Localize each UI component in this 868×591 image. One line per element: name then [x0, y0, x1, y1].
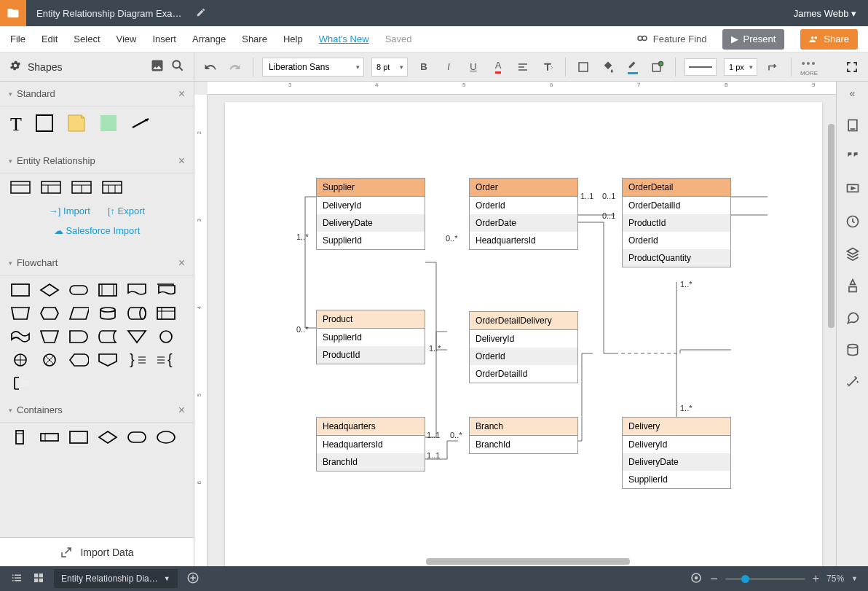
- rect-shape[interactable]: [35, 114, 54, 136]
- fc-doc[interactable]: [127, 283, 147, 297]
- er-shape-1[interactable]: [10, 181, 31, 194]
- font-select[interactable]: Liberation Sans: [262, 58, 364, 77]
- text-color-icon[interactable]: A: [489, 58, 507, 76]
- share-button[interactable]: Share: [800, 29, 858, 50]
- history-icon[interactable]: [845, 214, 860, 232]
- entity-branch[interactable]: Branch BranchId: [469, 417, 578, 454]
- fc-multidoc[interactable]: [156, 283, 176, 297]
- line-style-select[interactable]: [684, 58, 717, 76]
- scrollbar-horizontal[interactable]: [426, 558, 630, 565]
- entity-delivery[interactable]: Delivery DeliveryId DeliveryDate Supplie…: [622, 417, 731, 489]
- feature-find[interactable]: Feature Find: [636, 33, 707, 46]
- page-panel-icon[interactable]: [845, 118, 860, 136]
- note-shape[interactable]: [67, 114, 86, 136]
- section-er[interactable]: Entity Relationship×: [0, 149, 194, 173]
- grid-view-icon[interactable]: [32, 571, 45, 587]
- master-icon[interactable]: [845, 278, 860, 296]
- menu-insert[interactable]: Insert: [152, 34, 176, 44]
- document-title[interactable]: Entity Relationship Diagram Exa…: [26, 8, 192, 19]
- section-containers[interactable]: Containers×: [0, 398, 194, 423]
- section-standard[interactable]: Standard×: [0, 82, 194, 106]
- section-flowchart[interactable]: Flowchart×: [0, 251, 194, 275]
- fc-direct[interactable]: [127, 306, 147, 321]
- page-tab[interactable]: Entity Relationship Dia…▼: [54, 569, 178, 588]
- text-options-icon[interactable]: [539, 58, 556, 76]
- fc-note[interactable]: [10, 376, 31, 391]
- fc-brace-l[interactable]: {: [156, 353, 176, 367]
- menu-select[interactable]: Select: [74, 34, 100, 44]
- fc-intern[interactable]: [156, 306, 176, 321]
- collapse-icon[interactable]: «: [850, 87, 856, 99]
- fc-decision[interactable]: [39, 283, 60, 297]
- close-icon[interactable]: ×: [178, 404, 185, 417]
- fc-terminator[interactable]: [68, 283, 89, 297]
- ct-3[interactable]: [68, 430, 89, 445]
- menu-help[interactable]: Help: [283, 34, 303, 44]
- folder-icon[interactable]: [0, 0, 26, 26]
- menu-edit[interactable]: Edit: [42, 34, 58, 44]
- block-shape[interactable]: [99, 114, 118, 136]
- fc-connector[interactable]: [156, 329, 176, 344]
- close-icon[interactable]: ×: [178, 87, 185, 101]
- comment-icon[interactable]: [845, 150, 860, 168]
- zoom-in-icon[interactable]: +: [813, 572, 819, 585]
- close-icon[interactable]: ×: [178, 257, 185, 270]
- fc-manual[interactable]: [10, 306, 31, 321]
- fc-display[interactable]: [68, 353, 89, 367]
- er-import[interactable]: →] Import: [49, 206, 90, 216]
- italic-icon[interactable]: I: [440, 58, 457, 76]
- menu-whats-new[interactable]: What's New: [319, 34, 369, 44]
- fc-db[interactable]: [98, 306, 118, 321]
- close-icon[interactable]: ×: [178, 154, 185, 168]
- canvas[interactable]: Supplier DeliveryId DeliveryDate Supplie…: [208, 95, 836, 566]
- ct-2[interactable]: [39, 430, 60, 445]
- image-icon[interactable]: [150, 58, 165, 75]
- fc-delay[interactable]: [68, 329, 89, 344]
- menu-view[interactable]: View: [117, 34, 137, 44]
- menu-share[interactable]: Share: [242, 34, 267, 44]
- er-shape-3[interactable]: [71, 181, 92, 194]
- er-shape-2[interactable]: [41, 181, 61, 194]
- ct-5[interactable]: [127, 430, 147, 445]
- magic-icon[interactable]: [845, 375, 860, 392]
- er-shape-4[interactable]: [102, 181, 122, 194]
- border-color-icon[interactable]: [624, 58, 642, 76]
- shape-crop-icon[interactable]: [575, 58, 592, 76]
- ct-1[interactable]: [10, 430, 31, 445]
- data-icon[interactable]: [845, 343, 860, 360]
- entity-order[interactable]: Order OrderId OrderDate HeadquartersId: [469, 178, 578, 250]
- present-panel-icon[interactable]: [845, 182, 860, 200]
- underline-icon[interactable]: U: [465, 58, 482, 76]
- list-view-icon[interactable]: [10, 571, 23, 587]
- present-button[interactable]: ▶ Present: [722, 29, 784, 50]
- shape-options-icon[interactable]: [649, 58, 666, 76]
- entity-odd[interactable]: OrderDetailDelivery DeliveryId OrderId O…: [469, 311, 578, 383]
- fc-manop[interactable]: [39, 329, 60, 344]
- fc-predef[interactable]: [98, 283, 118, 297]
- fc-data[interactable]: [68, 306, 89, 321]
- entity-product[interactable]: Product SupplierId ProductId: [316, 310, 425, 364]
- entity-hq[interactable]: Headquarters HeadquartersId BranchId: [316, 417, 425, 471]
- ct-4[interactable]: [98, 430, 118, 445]
- fc-brace-r[interactable]: }: [127, 353, 147, 367]
- er-salesforce[interactable]: ☁ Salesforce Import: [54, 225, 141, 236]
- fc-stored[interactable]: [98, 329, 118, 344]
- fc-sum[interactable]: [39, 353, 60, 367]
- target-icon[interactable]: [690, 571, 703, 587]
- edit-title-icon[interactable]: [196, 7, 206, 20]
- redo-icon[interactable]: [226, 58, 244, 76]
- more-button[interactable]: •••MORE: [800, 58, 818, 77]
- zoom-out-icon[interactable]: −: [710, 571, 718, 587]
- fc-process[interactable]: [10, 283, 31, 297]
- scrollbar-vertical[interactable]: [828, 124, 835, 328]
- fontsize-select[interactable]: 8 pt: [371, 58, 408, 77]
- entity-orderdetail[interactable]: OrderDetail OrderDetailId ProductId Orde…: [622, 178, 731, 267]
- chat-icon[interactable]: [845, 310, 860, 328]
- undo-icon[interactable]: [202, 58, 219, 76]
- search-icon[interactable]: [170, 58, 185, 75]
- er-export[interactable]: [↑ Export: [108, 206, 145, 216]
- fc-tape[interactable]: [10, 329, 31, 344]
- fc-offpage[interactable]: [98, 353, 118, 367]
- text-shape[interactable]: T: [10, 114, 22, 136]
- align-icon[interactable]: [514, 58, 532, 76]
